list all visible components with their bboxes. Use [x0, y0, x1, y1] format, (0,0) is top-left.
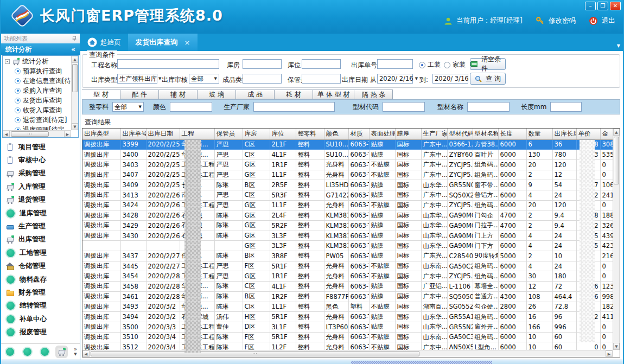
column-header[interactable]: 金 [600, 129, 613, 139]
table-row[interactable]: 调拨出库35122020/3/4工 共工程陈琳F区1L2F整料光身料6063-T… [82, 342, 613, 350]
table-row[interactable]: 调拨出库34092020/2/25长 ...陈琳B区2R5F整料LI35HD60… [82, 180, 613, 190]
table-row[interactable]: 调拨出库34132020/2/26南 ...严思C区5R3F整料G7142260… [82, 190, 613, 200]
scroll-left-icon[interactable]: ◀ [82, 350, 90, 357]
column-header[interactable]: 工程 [180, 129, 214, 139]
out-audit-select[interactable]: 全部 ▼ [189, 74, 219, 84]
tab-active[interactable]: 发货出库查询 × [128, 34, 198, 51]
material-tab[interactable]: 耗 材 [275, 90, 313, 99]
column-header[interactable]: 库房 [243, 129, 270, 139]
factory-input[interactable] [253, 102, 335, 112]
sidebar-menu-item[interactable]: 出库管理 [1, 233, 80, 246]
tree-item[interactable]: 退库管理[待定 [3, 125, 71, 130]
material-tab[interactable]: 配 件 [120, 90, 159, 99]
sidebar-group-header[interactable]: 统计分析 « [1, 43, 80, 55]
tree-horizontal-scrollbar[interactable]: ◀ ▶ [3, 130, 71, 137]
tree-item[interactable]: 退货查询[待定] [3, 115, 71, 125]
radio-workwear[interactable]: 工装 [419, 60, 441, 69]
table-row[interactable]: 调拨出库34372020/2/27佛 ...陈琳B区3R8F整料PW056063… [82, 251, 613, 261]
table-row[interactable]: 调拨出库34932020/3/2华 原...陈琳C区1L1F整料黑色塑料不贴膜国… [82, 302, 613, 312]
scroll-down-icon[interactable]: ▼ [72, 123, 78, 130]
tree-item[interactable]: 采购入库查询 [3, 86, 71, 95]
logout-link[interactable]: 退出 [602, 16, 615, 25]
column-header[interactable]: 长度 [498, 129, 526, 139]
column-header[interactable]: 出库长度 [552, 129, 576, 139]
column-header[interactable]: 材质 [348, 129, 369, 139]
color-input[interactable] [170, 102, 212, 112]
material-tab[interactable]: 玻 璃 [198, 90, 236, 99]
table-row[interactable]: 调拨出库35102020/3/4工 共工程陈琳F区5R1F整料光身料6063-T… [82, 332, 613, 342]
column-header[interactable]: 生产厂家 [421, 129, 447, 139]
tree-root[interactable]: - 统计分析 [3, 56, 71, 66]
product-type-input[interactable] [243, 74, 282, 84]
keeper-input[interactable] [302, 74, 341, 84]
sidebar-menu-item[interactable]: 仓储管理 [1, 260, 80, 273]
sidebar-menu-item[interactable]: 财务管理 [1, 286, 80, 299]
column-header[interactable]: 型材名称 [473, 129, 498, 139]
collapse-icon[interactable]: « [71, 46, 75, 53]
table-row[interactable]: 调拨出库34942020/3/2石 辉城汤伟H区5R1F整料光身料6063-T5… [82, 312, 613, 322]
length-input[interactable] [550, 102, 582, 112]
grid-vertical-scrollbar[interactable]: ▲ ▼ [613, 129, 620, 350]
table-row[interactable]: 调拨出库34452020/2/27工 共工程严思F区5R1F整料光身料6063-… [82, 261, 613, 271]
material-tab[interactable]: 单 体 型 材 [313, 90, 354, 99]
collapsed-module-icon[interactable] [41, 348, 49, 356]
tab-list-dropdown-icon[interactable]: ▼ [617, 43, 620, 48]
column-header[interactable]: 库位 [270, 129, 296, 139]
profile-code-input[interactable] [383, 102, 425, 112]
out-type-select[interactable]: 生产领料出库 ▼ [117, 74, 157, 84]
sidebar-menu-item[interactable]: 退库管理 [1, 207, 80, 220]
close-button[interactable]: ✕ [610, 2, 621, 10]
sidebar-menu-item[interactable]: 物料盘存 [1, 273, 80, 286]
sidebar-menu-item[interactable]: 退货管理 [1, 194, 80, 207]
radio-homewear[interactable]: 家装 [444, 60, 466, 69]
order-no-input[interactable] [377, 59, 413, 69]
table-row[interactable]: G区3L3F整料KLM38176063-T5贴膜国标山东华...GA90M09.… [82, 241, 613, 251]
sidebar-menu-item[interactable]: 项目管理 [1, 141, 80, 154]
tree-vertical-scrollbar[interactable]: ▲ ▼ [71, 56, 78, 130]
sidebar-overflow-button[interactable]: » ▼ [74, 347, 77, 356]
zhengling-select[interactable]: 全部 ▼ [112, 102, 144, 112]
scroll-down-icon[interactable]: ▼ [613, 343, 620, 350]
column-header[interactable]: 膜厚 [395, 129, 421, 139]
scroll-up-icon[interactable]: ▲ [72, 56, 78, 63]
search-button[interactable]: 查 询 [470, 73, 506, 85]
sidebar-menu-item[interactable]: 审核中心 [1, 154, 80, 167]
sidebar-menu-item[interactable]: 工地管理 [1, 246, 80, 259]
location-input[interactable] [302, 59, 341, 69]
material-tab[interactable]: 型 材 [82, 90, 120, 99]
column-header[interactable]: 数量 [526, 129, 552, 139]
sidebar-menu-item[interactable]: 采购管理 [1, 167, 80, 180]
table-row[interactable]: 调拨出库35002020/3/3工 共工程曹佳D区3L1F整料LT3P60606… [82, 322, 613, 332]
column-header[interactable]: 保管员 [214, 129, 243, 139]
date-to-picker[interactable]: 2020/ 3/16 ▼ [432, 74, 468, 84]
tab-close-icon[interactable]: × [184, 39, 190, 47]
maximize-button[interactable]: ❐ [597, 2, 608, 10]
table-row[interactable]: 调拨出库34242020/2/26工 共工程严思G区1L1F整料光身料6063-… [82, 200, 613, 210]
grid-horizontal-scrollbar[interactable]: ◀ ▶ [82, 350, 613, 357]
sidebar-menu-item[interactable]: 结转管理 [1, 299, 80, 312]
table-row[interactable]: 调拨出库34002020/2/25华 原...严思C区4L1F整料SU10...… [82, 150, 613, 160]
column-header[interactable]: 单价 [576, 129, 600, 139]
tree-expander-icon[interactable]: - [5, 59, 10, 64]
column-header[interactable]: 出库日期 [146, 129, 180, 139]
material-tab[interactable]: 辅 材 [159, 90, 198, 99]
column-header[interactable]: 颜色 [324, 129, 348, 139]
sidebar-menu-item[interactable]: 生产管理 [1, 220, 80, 233]
column-header[interactable]: 整零料 [296, 129, 324, 139]
scroll-left-icon[interactable]: ◀ [3, 131, 10, 137]
tree-item[interactable]: 预算执行查询 [3, 66, 71, 76]
tab-home[interactable]: 起始页 [80, 34, 128, 51]
table-row[interactable]: 调拨出库34282020/2/26石 城陈琳G区2L4F整料KLM3817606… [82, 210, 613, 221]
table-row[interactable]: 调拨出库34072020/2/25工 共工程严思G区1L1F整料光身料6063-… [82, 170, 613, 180]
column-header[interactable]: 表面处理 [369, 129, 395, 139]
collapsed-module-icon[interactable] [23, 348, 31, 356]
scroll-right-icon[interactable]: ▶ [606, 350, 613, 357]
scroll-right-icon[interactable]: ▶ [64, 131, 71, 137]
collapsed-module-cart-icon[interactable] [58, 348, 66, 356]
column-header[interactable]: 型材代码 [447, 129, 473, 139]
tree-item[interactable]: 在途信息查询[待 [3, 76, 71, 86]
warehouse-input[interactable] [243, 59, 282, 69]
material-tab[interactable]: 隔 热 条 [354, 90, 393, 99]
date-from-picker[interactable]: 2020/ 2/16 ▼ [377, 74, 413, 84]
column-header[interactable]: 出库类型 [82, 129, 120, 139]
